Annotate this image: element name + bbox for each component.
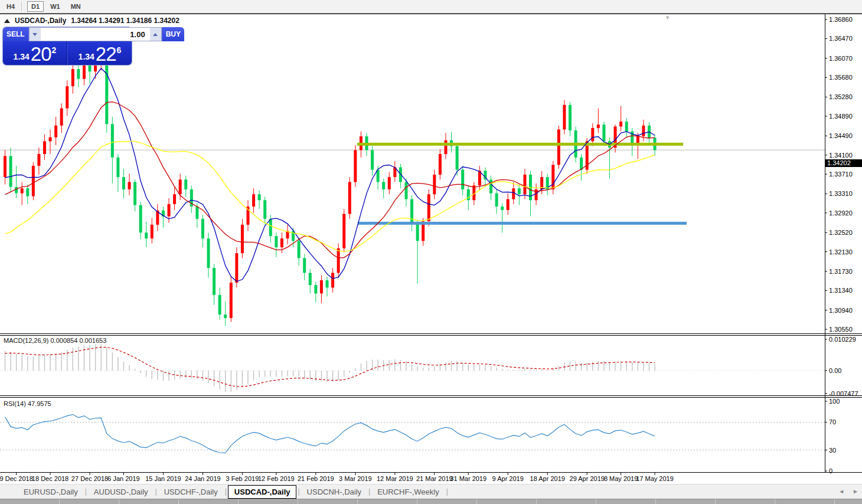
timeframe-button-mn[interactable]: MN [67, 1, 85, 12]
spinner-down-icon [32, 33, 37, 36]
tab-scroll-left-icon[interactable]: ◄ [838, 488, 844, 495]
svg-text:1.30550: 1.30550 [829, 326, 853, 333]
tab-audusd-daily[interactable]: AUDUSD-,Daily [88, 486, 154, 498]
svg-text:1.32130: 1.32130 [829, 248, 853, 256]
buy-price-prefix: 1.34 [79, 50, 94, 63]
terminal-strip-cell [716, 499, 775, 504]
current-price-tag: 1.34202 [825, 159, 862, 167]
mt4-window: H4D1W1MN 1.368601.364701.360701.356801.3… [0, 0, 862, 504]
svg-text:1.33710: 1.33710 [829, 171, 853, 178]
svg-text:1.35680: 1.35680 [829, 74, 853, 81]
tab-separator: | [296, 487, 301, 496]
svg-text:0: 0 [829, 467, 832, 474]
svg-text:27 Dec 2018: 27 Dec 2018 [71, 475, 108, 482]
sell-price-box[interactable]: 1.34 20 2 [3, 41, 67, 65]
svg-text:3 Mar 2019: 3 Mar 2019 [339, 475, 372, 482]
tab-usdcnh-daily[interactable]: USDCNH-,Daily [301, 486, 367, 498]
price-chart[interactable]: 1.368601.364701.360701.356801.352801.348… [0, 14, 862, 484]
svg-text:-0.007477: -0.007477 [829, 390, 858, 397]
toolbar-divider [21, 2, 22, 11]
tab-separator: | [224, 487, 228, 496]
svg-text:9 Apr 2019: 9 Apr 2019 [492, 475, 524, 482]
sell-price-big: 20 [31, 45, 51, 63]
chart-tabs: EURUSD-,Daily|AUDUSD-,Daily|USDCHF-,Dail… [0, 484, 862, 499]
chart-title: USDCAD-,Daily 1.34264 1.34291 1.34186 1.… [4, 17, 179, 25]
terminal-strip-cell [358, 499, 417, 504]
collapse-panel-icon[interactable] [4, 19, 10, 23]
svg-text:12 Mar 2019: 12 Mar 2019 [377, 475, 413, 482]
sell-price-prefix: 1.34 [14, 50, 30, 63]
terminal-strip-cell [775, 499, 835, 504]
svg-text:1.35280: 1.35280 [829, 93, 853, 100]
tab-scroll-right-icon[interactable]: ► [853, 488, 858, 495]
buy-price-big: 22 [96, 45, 116, 63]
svg-text:1.30940: 1.30940 [829, 307, 853, 314]
svg-text:1.36070: 1.36070 [829, 55, 853, 62]
svg-text:29 Apr 2019: 29 Apr 2019 [570, 475, 605, 482]
svg-text:100: 100 [829, 398, 840, 405]
terminal-strip-cell [179, 499, 239, 504]
lot-size-input[interactable] [41, 28, 150, 41]
svg-text:18 Apr 2019: 18 Apr 2019 [530, 475, 565, 482]
svg-text:0.010229: 0.010229 [829, 336, 856, 343]
buy-price-box[interactable]: 1.34 22 6 [67, 41, 132, 65]
terminal-strip-cell [656, 499, 716, 504]
svg-text:31 Mar 2019: 31 Mar 2019 [450, 475, 486, 482]
svg-text:1.34100: 1.34100 [829, 152, 853, 159]
svg-text:0.00: 0.00 [829, 367, 841, 374]
svg-text:12 Feb 2019: 12 Feb 2019 [258, 475, 295, 482]
svg-text:1.36860: 1.36860 [829, 16, 853, 23]
timeframe-toolbar: H4D1W1MN [0, 0, 862, 14]
sell-price-sup: 2 [52, 45, 57, 55]
chart-window: 1.368601.364701.360701.356801.352801.348… [0, 14, 862, 484]
one-click-trading-panel: SELL BUY 1.34 20 2 1.34 22 6 [3, 27, 132, 65]
terminal-strip-cell [60, 499, 119, 504]
tab-eurchf-weekly[interactable]: EURCHF-,Weekly [371, 486, 445, 498]
rsi-label: RSI(14) 47.9575 [4, 400, 51, 407]
svg-text:18 Dec 2018: 18 Dec 2018 [32, 475, 68, 482]
terminal-strip-cell [417, 499, 477, 504]
tab-separator: | [445, 487, 449, 496]
svg-text:6 Jan 2019: 6 Jan 2019 [107, 475, 139, 482]
svg-text:21 Mar 2019: 21 Mar 2019 [416, 475, 453, 482]
tab-scroll-arrows: ◄ ► [838, 488, 858, 495]
symbol-label: USDCAD-,Daily [15, 17, 66, 25]
svg-text:1.31340: 1.31340 [829, 287, 853, 294]
svg-text:1.34890: 1.34890 [829, 113, 853, 120]
tab-usdchf-daily[interactable]: USDCHF-,Daily [158, 486, 224, 498]
svg-text:1.34490: 1.34490 [829, 132, 853, 139]
terminal-strip-cell [119, 499, 179, 504]
svg-text:70: 70 [829, 418, 836, 426]
svg-text:1.33310: 1.33310 [829, 190, 853, 197]
svg-text:17 May 2019: 17 May 2019 [636, 475, 674, 482]
tab-usdcad-daily[interactable]: USDCAD-,Daily [228, 485, 297, 499]
svg-text:1.36470: 1.36470 [829, 35, 853, 42]
svg-text:21 Feb 2019: 21 Feb 2019 [298, 475, 334, 482]
tab-separator: | [84, 487, 88, 496]
lot-decrease-button[interactable] [30, 28, 41, 41]
sell-button[interactable]: SELL [3, 27, 29, 41]
lot-size-group [29, 27, 162, 41]
svg-text:24 Jan 2019: 24 Jan 2019 [185, 475, 221, 482]
resistance-line[interactable] [357, 143, 683, 146]
buy-price-sup: 6 [117, 45, 122, 55]
timeframe-button-w1[interactable]: W1 [46, 1, 64, 12]
timeframe-button-d1[interactable]: D1 [27, 1, 44, 12]
support-line[interactable] [358, 222, 687, 225]
terminal-strip-cell [0, 499, 60, 504]
tab-separator: | [367, 487, 371, 496]
svg-text:1.32520: 1.32520 [829, 229, 853, 236]
timeframe-button-h4[interactable]: H4 [2, 1, 19, 12]
svg-text:9 Dec 2018: 9 Dec 2018 [0, 475, 33, 482]
tab-eurusd-daily[interactable]: EURUSD-,Daily [18, 486, 84, 498]
buy-button[interactable]: BUY [162, 27, 184, 41]
terminal-strip [0, 499, 862, 504]
ohlc-values: 1.34264 1.34291 1.34186 1.34202 [71, 17, 179, 25]
chart-shift-marker-icon: ▼ [665, 15, 670, 21]
svg-text:30: 30 [829, 447, 836, 454]
svg-text:3 Feb 2019: 3 Feb 2019 [226, 475, 259, 482]
terminal-strip-cell [239, 499, 298, 504]
terminal-strip-cell [298, 499, 358, 504]
terminal-strip-cell [596, 499, 656, 504]
lot-increase-button[interactable] [150, 28, 161, 41]
